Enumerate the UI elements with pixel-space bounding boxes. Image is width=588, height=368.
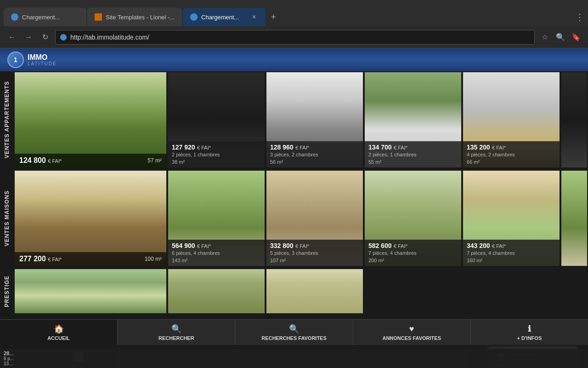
- listing-apt-4-price: 135 200: [467, 144, 490, 151]
- listing-house-1[interactable]: 564 900 € FAI* 6 pièces, 4 chambres143 m…: [168, 171, 265, 266]
- listing-house-partial[interactable]: 28... 6 p...13...: [561, 171, 587, 266]
- logo-latitude: LATITUDE: [28, 61, 57, 66]
- listing-pres-0[interactable]: [15, 269, 166, 313]
- tab-3-close[interactable]: ✕: [250, 13, 258, 21]
- nav-rechercher[interactable]: 🔍 RECHERCHER: [118, 320, 235, 345]
- toolbar-icons: ☆ 🔍 🔖: [538, 31, 582, 44]
- listing-house-0-overlay: 277 200 € FAI* 100 m²: [15, 252, 166, 266]
- listing-apt-1-fai: € FAI*: [197, 145, 211, 150]
- listing-house-4-details: 7 pièces, 4 chambres160 m²: [467, 250, 556, 264]
- listing-apt-3[interactable]: 134 700 € FAI* 2 pièces, 1 chambres55 m²: [365, 72, 461, 167]
- category-maisons-label: Ventes maisons: [4, 190, 10, 246]
- listing-apt-4-fai: € FAI*: [492, 145, 506, 150]
- search-icon[interactable]: 🔍: [554, 31, 567, 44]
- nav-annonces-icon: ♥: [409, 324, 414, 334]
- listing-apt-2-info: 128 960 € FAI* 3 pièces, 2 chambres56 m²: [266, 141, 363, 167]
- category-prestige: Prestige: [0, 268, 14, 314]
- new-tab-button[interactable]: +: [266, 8, 280, 26]
- nav-accueil[interactable]: 🏠 ACCUEIL: [0, 320, 118, 345]
- listing-house-3[interactable]: 582 600 € FAI* 7 pièces, 4 chambres200 m…: [365, 171, 461, 266]
- logo-circle: 1: [7, 52, 24, 68]
- listing-apt-2-price: 128 960: [270, 144, 294, 151]
- reload-button[interactable]: ↻: [39, 31, 51, 44]
- listing-apt-4-details: 4 pièces, 2 chambres66 m²: [467, 151, 556, 166]
- browser-toolbar: ← → ↻ http://tab.immolatitude.com/ ☆ 🔍 🔖: [0, 26, 588, 48]
- nav-rechercher-icon: 🔍: [171, 324, 181, 334]
- logo-text: IMMO LATITUDE: [28, 53, 57, 67]
- tab-1[interactable]: Chargement...: [4, 8, 86, 26]
- listing-apt-2-fai: € FAI*: [295, 145, 309, 150]
- listing-house-1-info: 564 900 € FAI* 6 pièces, 4 chambres143 m…: [168, 240, 265, 266]
- listing-apt-1-info: 127 920 € FAI* 2 pièces, 1 chambres38 m²: [168, 141, 265, 167]
- nav-accueil-label: ACCUEIL: [47, 335, 70, 341]
- save-icon[interactable]: 🔖: [570, 31, 582, 44]
- listing-apt-0[interactable]: 124 800 € FAI* 57 m²: [15, 72, 166, 167]
- listing-house-0-price: 277 200: [19, 255, 46, 263]
- url-bar[interactable]: http://tab.immolatitude.com/: [55, 30, 535, 45]
- listing-house-1-price: 564 900: [172, 242, 195, 249]
- listing-house-3-info: 582 600 € FAI* 7 pièces, 4 chambres200 m…: [365, 240, 461, 266]
- listing-house-4-info: 343 200 € FAI* 7 pièces, 4 chambres160 m…: [463, 240, 560, 266]
- tab-2[interactable]: Site Templates - Lionel -...: [87, 8, 182, 26]
- listing-pres-2[interactable]: [266, 269, 363, 313]
- listing-apt-1-details: 2 pièces, 1 chambres38 m²: [172, 151, 261, 166]
- listing-apt-3-fai: € FAI*: [394, 145, 407, 150]
- listing-house-4-fai: € FAI*: [492, 243, 506, 249]
- listing-apt-3-info: 134 700 € FAI* 2 pièces, 1 chambres55 m²: [365, 141, 461, 167]
- category-appartements-label: Ventes appartements: [4, 81, 10, 158]
- listing-house-2[interactable]: 332 800 € FAI* 5 pièces, 3 chambres107 m…: [266, 171, 363, 266]
- nav-annonces-label: ANNONCES FAVORITES: [382, 335, 441, 341]
- listing-apt-4-info: 135 200 € FAI* 4 pièces, 2 chambres66 m²: [463, 141, 560, 167]
- tab-3-label: Chargement...: [201, 14, 246, 21]
- listing-house-1-fai: € FAI*: [197, 243, 211, 249]
- tab-3[interactable]: Chargement... ✕: [183, 8, 266, 26]
- listing-house-2-price: 332 800: [270, 242, 294, 249]
- listing-house-2-details: 5 pièces, 3 chambres107 m²: [270, 250, 359, 264]
- category-maisons: Ventes maisons: [0, 170, 14, 267]
- tab-1-label: Chargement...: [22, 14, 79, 21]
- listing-apt-4[interactable]: 135 200 € FAI* 4 pièces, 2 chambres66 m²: [463, 72, 560, 167]
- back-button[interactable]: ←: [6, 31, 18, 44]
- listing-house-3-price: 582 600: [368, 242, 392, 249]
- listing-apt-2-details: 3 pièces, 2 chambres56 m²: [270, 151, 359, 166]
- nav-infos-icon: ℹ: [528, 324, 531, 334]
- listing-house-2-fai: € FAI*: [295, 243, 309, 249]
- listing-apt-1[interactable]: 127 920 € FAI* 2 pièces, 1 chambres38 m²: [168, 72, 265, 167]
- nav-annonces-favorites[interactable]: ♥ ANNONCES FAVORITES: [353, 320, 471, 345]
- browser-menu[interactable]: ⋮: [575, 12, 584, 26]
- logo: 1 IMMO LATITUDE: [7, 52, 57, 68]
- nav-infos-label: + D'INFOS: [517, 335, 542, 341]
- listing-house-1-details: 6 pièces, 4 chambres143 m²: [172, 250, 261, 264]
- listing-house-4-price: 343 200: [467, 242, 490, 249]
- listing-house-0-area: 100 m²: [145, 256, 162, 262]
- listing-apt-partial[interactable]: 13... 2 p...50...: [561, 72, 587, 167]
- listing-house-0[interactable]: 277 200 € FAI* 100 m²: [15, 171, 166, 266]
- listing-pres-1[interactable]: [168, 269, 265, 313]
- listing-house-0-fai: € FAI*: [48, 257, 62, 262]
- nav-accueil-icon: 🏠: [54, 324, 64, 334]
- listing-house-3-details: 7 pièces, 4 chambres200 m²: [368, 250, 458, 264]
- tab-2-label: Site Templates - Lionel -...: [106, 14, 175, 21]
- browser-tabs: Chargement... Site Templates - Lionel -.…: [0, 0, 588, 26]
- logo-immo: IMMO: [28, 53, 57, 62]
- listing-apt-3-price: 134 700: [368, 144, 392, 151]
- listing-apt-3-details: 2 pièces, 1 chambres55 m²: [368, 151, 458, 166]
- site-header: 1 IMMO LATITUDE: [0, 48, 588, 71]
- listing-house-4[interactable]: 343 200 € FAI* 7 pièces, 4 chambres160 m…: [463, 171, 560, 266]
- forward-button[interactable]: →: [22, 31, 35, 44]
- listing-apt-1-price: 127 920: [172, 144, 195, 151]
- listing-house-3-fai: € FAI*: [394, 243, 407, 249]
- tab-2-favicon: [95, 13, 102, 21]
- listing-apt-0-area: 57 m²: [147, 157, 162, 164]
- bookmark-icon[interactable]: ☆: [538, 31, 551, 44]
- listing-apt-2[interactable]: 128 960 € FAI* 3 pièces, 2 chambres56 m²: [266, 72, 363, 167]
- prestige-section: Prestige: [0, 268, 588, 314]
- tab-3-favicon: [190, 13, 198, 21]
- logo-number: 1: [14, 56, 17, 63]
- nav-recherches-icon: 🔍: [289, 324, 299, 334]
- nav-plus-infos[interactable]: ℹ + D'INFOS: [471, 320, 588, 345]
- nav-rechercher-label: RECHERCHER: [158, 335, 194, 341]
- tab-1-favicon: [11, 13, 18, 21]
- nav-recherches-favorites[interactable]: 🔍 RECHERCHES FAVORITES: [235, 320, 353, 345]
- listing-house-2-info: 332 800 € FAI* 5 pièces, 3 chambres107 m…: [266, 240, 363, 266]
